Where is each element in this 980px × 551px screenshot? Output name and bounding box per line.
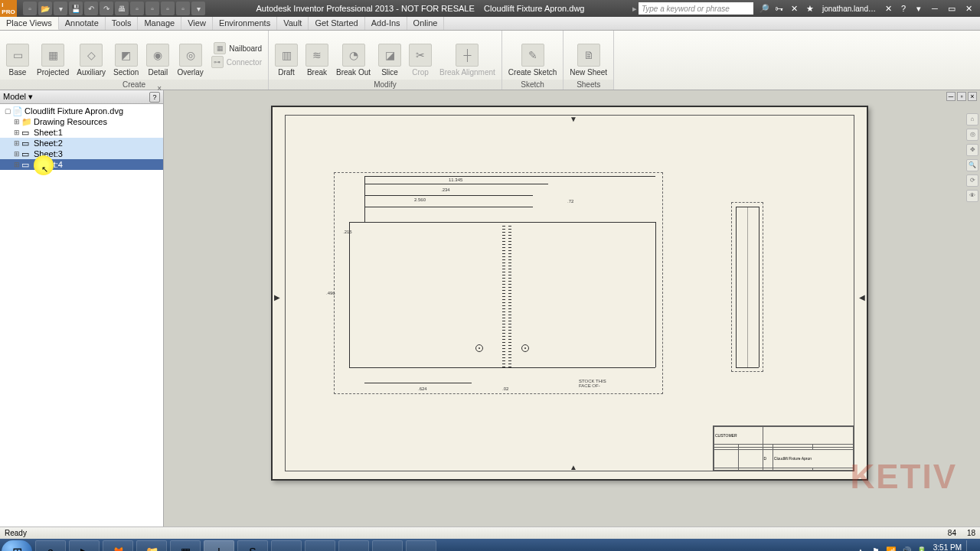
qat-btn-3[interactable]: ▫ — [161, 2, 175, 15]
qat-btn-2[interactable]: ▫ — [145, 2, 159, 15]
base-button[interactable]: ▭Base — [3, 32, 32, 78]
qat-print-icon[interactable]: 🖶 — [115, 2, 129, 15]
close-button[interactable]: ✕ — [962, 2, 975, 15]
qat-redo-icon[interactable]: ↷ — [100, 2, 113, 15]
slice-icon: ◪ — [378, 44, 401, 67]
nav-look-icon[interactable]: 👁 — [966, 190, 978, 202]
taskbar-app4-icon[interactable]: ▫ — [372, 540, 403, 551]
status-num: 84 — [948, 529, 956, 537]
new-sheet-button[interactable]: 🗎New Sheet — [567, 32, 610, 78]
taskbar-explorer-icon[interactable]: 📁 — [136, 540, 167, 551]
tab-manage[interactable]: Manage — [138, 17, 181, 30]
taskbar-apps: e ▶ 🦊 📁 ▦ I S ▫ ▫ ▫ ▫ ▫ — [35, 540, 436, 551]
base-icon: ▭ — [6, 44, 29, 67]
qat-open-icon[interactable]: 📂 — [38, 2, 52, 15]
taskbar-app5-icon[interactable]: ▫ — [406, 540, 436, 551]
panel-close-icon[interactable]: × — [157, 84, 162, 93]
qat-btn-1[interactable]: ▫ — [130, 2, 144, 15]
status-page: 18 — [967, 529, 975, 537]
nailboard-button[interactable]: ▦Nailboard — [208, 41, 265, 55]
key-icon[interactable]: 🗝 — [773, 2, 786, 15]
tree-root[interactable]: ▢📄Cloudlift Fixture Apron.dvg — [0, 106, 163, 116]
taskbar-app3-icon[interactable]: ▫ — [338, 540, 369, 551]
tree-sheet-2[interactable]: ⊞▭Sheet:2 — [0, 138, 163, 148]
binoculars-icon[interactable]: 🔎 — [758, 2, 770, 15]
create-sketch-button[interactable]: ✎Create Sketch — [505, 32, 560, 78]
tree-sheet-4[interactable]: ⊞▭Sheet:4 — [0, 159, 163, 170]
taskbar-app2-icon[interactable]: ▫ — [305, 540, 335, 551]
draft-button[interactable]: ▥Draft — [272, 32, 301, 78]
taskbar-calc-icon[interactable]: ▦ — [170, 540, 201, 551]
drawing-canvas[interactable]: ─ ▫ × ⌂ ◎ ✥ 🔍 ⟳ 👁 ▼ ▲ ▶ ◀ — [164, 90, 980, 527]
tab-view[interactable]: View — [181, 17, 213, 30]
tab-annotate[interactable]: Annotate — [59, 17, 106, 30]
qat-dropdown-icon[interactable]: ▾ — [54, 2, 67, 15]
slice-button[interactable]: ◪Slice — [375, 32, 404, 78]
detail-button[interactable]: ◉Detail — [143, 32, 172, 78]
tray-flag-icon[interactable]: ⚑ — [871, 546, 881, 551]
projected-button[interactable]: ▦Projected — [34, 32, 72, 78]
taskbar-skype-icon[interactable]: S — [237, 540, 268, 551]
qat-more-icon[interactable]: ▾ — [191, 2, 205, 15]
nav-home-icon[interactable]: ⌂ — [966, 113, 978, 126]
tb-drawing-name: Cloudlift Fixture Apron — [773, 450, 853, 468]
qat-undo-icon[interactable]: ↶ — [84, 2, 98, 15]
left-arrow-icon: ▶ — [274, 293, 280, 302]
nav-zoom-icon[interactable]: 🔍 — [966, 159, 978, 171]
minimize-button[interactable]: ─ — [928, 2, 942, 15]
right-arrow-icon: ◀ — [859, 293, 865, 302]
show-desktop-button[interactable] — [966, 540, 972, 551]
close-user-icon[interactable]: ✕ — [882, 2, 894, 15]
taskbar-app1-icon[interactable]: ▫ — [271, 540, 302, 551]
qat-new-icon[interactable]: ▫ — [23, 2, 37, 15]
tab-tools[interactable]: Tools — [106, 17, 139, 30]
nav-wheel-icon[interactable]: ◎ — [966, 129, 978, 141]
ribbon-group-modify: ▥Draft ≋Break ◔Break Out ◪Slice ✂Crop ┼B… — [269, 31, 502, 90]
tab-environments[interactable]: Environments — [213, 17, 277, 30]
tree-drawing-resources[interactable]: ⊞📁Drawing Resources — [0, 116, 163, 127]
tray-power-icon[interactable]: 🔋 — [916, 546, 927, 551]
tree-sheet-1[interactable]: ⊞▭Sheet:1 — [0, 127, 163, 138]
tray-vol-icon[interactable]: 🔊 — [901, 546, 912, 551]
doc-min-icon[interactable]: ─ — [946, 92, 956, 101]
tab-add-ins[interactable]: Add-Ins — [365, 17, 407, 30]
bottom-arrow-icon: ▲ — [570, 463, 577, 471]
taskbar-firefox-icon[interactable]: 🦊 — [103, 540, 133, 551]
doc-close-icon[interactable]: × — [968, 92, 977, 101]
auxiliary-button[interactable]: ◇Auxiliary — [74, 32, 109, 78]
overlay-button[interactable]: ◎Overlay — [174, 32, 206, 78]
user-label[interactable]: jonathan.land… — [819, 5, 879, 13]
tray-net-icon[interactable]: 📶 — [886, 546, 897, 551]
favorite-icon[interactable]: ★ — [804, 2, 816, 15]
tab-online[interactable]: Online — [407, 17, 445, 30]
connector-icon: ⊶ — [211, 56, 224, 68]
exchange-icon[interactable]: ✕ — [789, 2, 801, 15]
browser-help-icon[interactable]: ? — [149, 92, 160, 103]
maximize-button[interactable]: ▭ — [945, 2, 959, 15]
tab-get-started[interactable]: Get Started — [309, 17, 364, 30]
break-button[interactable]: ≋Break — [302, 32, 332, 78]
search-input[interactable]: Type a keyword or phrase — [639, 2, 753, 15]
qat-save-icon[interactable]: 💾 — [69, 2, 83, 15]
help-dropdown-icon[interactable]: ▾ — [913, 2, 925, 15]
tab-vault[interactable]: Vault — [277, 17, 309, 30]
app-icon[interactable]: IPRO — [0, 0, 17, 17]
help-icon[interactable]: ? — [897, 2, 910, 15]
doc-restore-icon[interactable]: ▫ — [957, 92, 966, 101]
sheets-group-label: Sheets — [564, 80, 613, 90]
taskbar-media-icon[interactable]: ▶ — [69, 540, 100, 551]
section-button[interactable]: ◩Section — [110, 32, 142, 78]
tab-place-views[interactable]: Place Views — [0, 17, 59, 30]
tree-sheet-3[interactable]: ⊞▭Sheet:3 — [0, 148, 163, 159]
breakout-button[interactable]: ◔Break Out — [333, 32, 374, 78]
start-button[interactable]: ⊞ — [2, 540, 32, 551]
browser-header[interactable]: Model ▾ ? — [0, 90, 163, 104]
qat-btn-4[interactable]: ▫ — [176, 2, 190, 15]
taskbar-inventor-icon[interactable]: I — [204, 540, 234, 551]
nav-orbit-icon[interactable]: ⟳ — [966, 174, 978, 187]
nav-pan-icon[interactable]: ✥ — [966, 144, 978, 156]
tray-clock[interactable]: 3:51 PM 1/6/2013 — [932, 543, 962, 551]
folder-icon: 📁 — [21, 117, 32, 126]
taskbar-ie-icon[interactable]: e — [35, 540, 66, 551]
tray-up-icon[interactable]: ▲ — [855, 546, 866, 551]
